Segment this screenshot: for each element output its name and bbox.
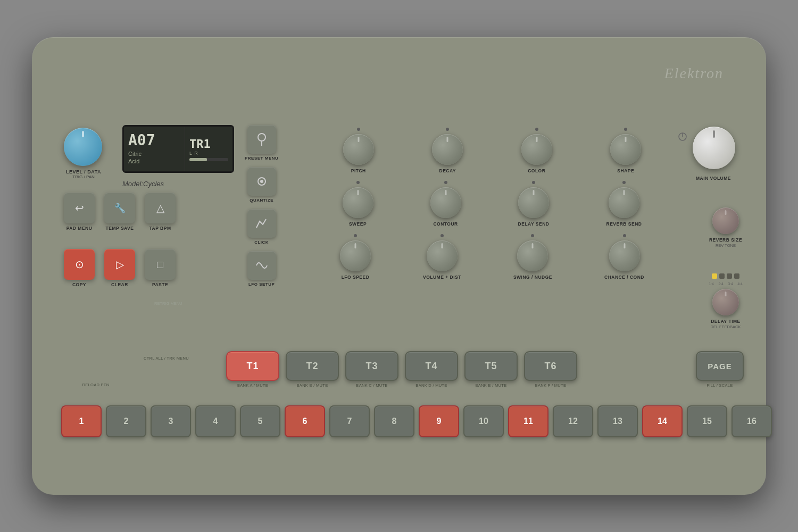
sweep-label: SWEEP: [349, 221, 367, 227]
step15-wrap: 15: [687, 405, 727, 437]
t4-button[interactable]: T4: [405, 351, 458, 381]
paste-label: PASTE: [152, 282, 168, 287]
delay-time-sublabel: DEL FEEDBACK: [711, 325, 741, 329]
step15-button[interactable]: 15: [687, 405, 727, 437]
reverb-size-sublabel: REV TONE: [716, 243, 736, 248]
step12-wrap: 12: [553, 405, 593, 437]
tap-bpm-button[interactable]: △: [145, 193, 176, 223]
t1-button[interactable]: T1: [226, 351, 279, 381]
step1-button[interactable]: 1: [61, 405, 102, 437]
sweep-knob-col: SWEEP: [343, 181, 373, 227]
click-button[interactable]: [247, 209, 276, 238]
step14-button[interactable]: 14: [642, 405, 683, 437]
pitch-knob[interactable]: [343, 134, 374, 165]
swing-nudge-knob[interactable]: [517, 240, 548, 271]
temp-save-button[interactable]: 🔧: [104, 193, 135, 223]
quantize-button[interactable]: [247, 167, 276, 196]
chance-cond-knob[interactable]: [609, 240, 640, 271]
t2-button[interactable]: T2: [286, 351, 339, 381]
level-data-knob[interactable]: [64, 128, 102, 166]
click-btn-wrap: CLICK: [245, 209, 278, 245]
t6-label: T6: [544, 361, 556, 372]
page-button[interactable]: PAGE: [696, 351, 744, 381]
step9-wrap: 9: [419, 405, 459, 437]
tap-bpm-wrap: △ TAP BPM: [145, 193, 176, 231]
reverb-size-label: REVERB SIZE: [709, 237, 742, 243]
t2-wrap: T2 BANK B / MUTE: [286, 351, 339, 388]
paste-button[interactable]: □: [145, 249, 176, 280]
lfo-speed-knob[interactable]: [340, 240, 371, 271]
step11-button[interactable]: 11: [508, 405, 548, 437]
t3-wrap: T3 BANK C / MUTE: [345, 351, 398, 388]
pattern-sublabel: RELOAD PTN: [82, 383, 110, 387]
step2-button[interactable]: 2: [106, 405, 146, 437]
page-indicator: [712, 273, 739, 279]
step7-button[interactable]: 7: [329, 405, 370, 437]
main-volume-label: MAIN VOLUME: [688, 176, 738, 181]
page-label: PAGE: [708, 362, 732, 371]
quantize-label: QUANTIZE: [250, 198, 273, 203]
step1-label: 1: [79, 417, 84, 426]
t5-sublabel: BANK E / MUTE: [476, 383, 507, 388]
delay-send-knob-col: DELAY SEND: [518, 181, 550, 227]
page-light-3: [727, 273, 732, 279]
step13-button[interactable]: 13: [597, 405, 638, 437]
volume-dist-knob-col: VOLUME + DIST: [423, 234, 461, 280]
copy-button[interactable]: ⊙: [64, 249, 95, 280]
reverb-send-knob[interactable]: [609, 187, 639, 218]
step3-button[interactable]: 3: [151, 405, 191, 437]
color-dot: [535, 128, 538, 131]
lfo-setup-label: LFO SETUP: [248, 282, 275, 287]
t5-wrap: T5 BANK E / MUTE: [464, 351, 518, 388]
contour-dot: [444, 181, 447, 184]
shape-knob[interactable]: [610, 134, 641, 165]
pad-menu-icon: ↩: [75, 202, 84, 214]
page-wrap: PAGE FILL / SCALE: [696, 351, 744, 388]
swing-nudge-knob-col: SWING / NUDGE: [513, 234, 552, 280]
delay-time-col: 1:4 2:4 3:4 4:4 DELAY TIME DEL FEEDBACK: [708, 273, 744, 329]
temp-save-wrap: 🔧 TEMP SAVE: [104, 193, 135, 231]
main-volume-knob[interactable]: [693, 127, 735, 169]
step16-button[interactable]: 16: [732, 405, 772, 437]
display-level-bar: [189, 158, 228, 161]
pad-menu-button[interactable]: ↩: [64, 193, 95, 223]
t6-button[interactable]: T6: [524, 351, 577, 381]
level-data-label: LEVEL / DATA TRIG / PAN: [60, 169, 107, 179]
step10-button[interactable]: 10: [463, 405, 504, 437]
preset-menu-button[interactable]: [247, 125, 276, 154]
step6-button[interactable]: 6: [285, 405, 325, 437]
step8-button[interactable]: 8: [374, 405, 414, 437]
delay-send-knob[interactable]: [518, 187, 549, 218]
brand-logo: Elektron: [664, 65, 724, 82]
step4-button[interactable]: 4: [195, 405, 236, 437]
step9-button[interactable]: 9: [419, 405, 459, 437]
power-icon[interactable]: [678, 132, 687, 142]
clear-button[interactable]: ▷: [104, 249, 135, 280]
volume-dist-knob[interactable]: [427, 240, 458, 271]
pad-menu-label: PAD MENU: [66, 226, 93, 231]
quantize-btn-wrap: QUANTIZE: [245, 167, 278, 203]
step7-wrap: 7: [329, 405, 370, 437]
preset-menu-btn-wrap: PRESET MENU: [245, 125, 278, 161]
delay-time-knob[interactable]: [712, 289, 739, 315]
left-row2: ⊙ COPY ▷ CLEAR □ PASTE: [64, 249, 176, 287]
step14-wrap: 14: [642, 405, 683, 437]
step7-label: 7: [347, 417, 352, 426]
contour-knob[interactable]: [430, 187, 461, 218]
color-knob[interactable]: [521, 134, 552, 165]
pitch-label: PITCH: [351, 168, 366, 173]
sweep-knob[interactable]: [343, 187, 373, 218]
step5-button[interactable]: 5: [240, 405, 280, 437]
step5-label: 5: [258, 417, 263, 426]
model-label: Model:Cycles: [122, 180, 164, 188]
display-name: Citric Acid: [128, 150, 180, 165]
lfo-setup-button[interactable]: [247, 251, 276, 280]
t2-label: T2: [306, 361, 318, 372]
t3-button[interactable]: T3: [345, 351, 398, 381]
reverb-size-knob[interactable]: [712, 207, 739, 234]
click-label: CLICK: [254, 240, 269, 245]
step12-button[interactable]: 12: [553, 405, 593, 437]
t2-sublabel: BANK B / MUTE: [297, 383, 328, 388]
t5-button[interactable]: T5: [464, 351, 518, 381]
decay-knob[interactable]: [432, 134, 463, 165]
